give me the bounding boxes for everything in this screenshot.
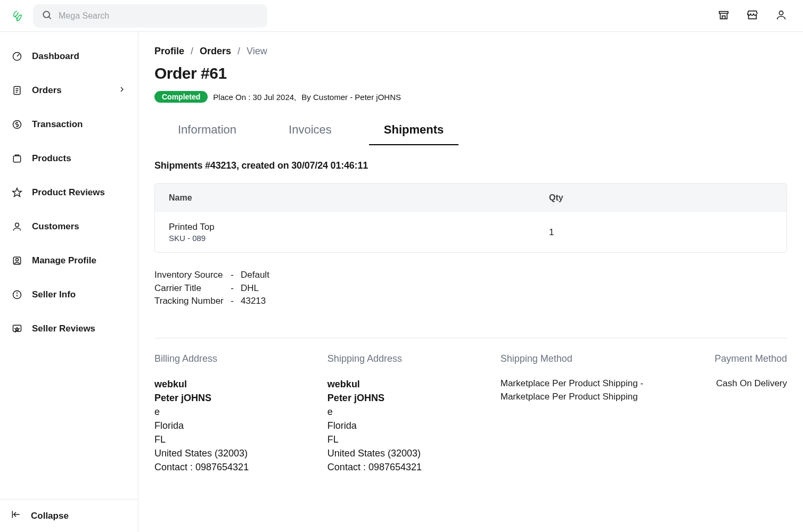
main-content: Profile / Orders / View Order #61 Comple…	[138, 32, 803, 532]
carrier-title-value: DHL	[241, 282, 259, 295]
sidebar-item-manage-profile[interactable]: Manage Profile	[4, 244, 134, 278]
svg-point-2	[779, 11, 783, 14]
sidebar-item-customers[interactable]: Customers	[4, 210, 134, 244]
sidebar-item-label: Manage Profile	[32, 255, 96, 266]
addr-country: United States (32003)	[154, 446, 317, 460]
breadcrumb-current: View	[247, 46, 267, 57]
breadcrumb-sep: /	[237, 46, 240, 57]
top-bar	[0, 0, 803, 32]
kv-dash: -	[230, 269, 234, 282]
sidebar-item-label: Customers	[32, 221, 79, 232]
product-qty: 1	[549, 227, 773, 238]
billing-address-heading: Billing Address	[154, 353, 317, 364]
sidebar-item-orders[interactable]: Orders	[4, 73, 134, 107]
shipping-address: webkul Peter jOHNS e Florida FL United S…	[327, 377, 490, 475]
addr-city: Florida	[154, 419, 317, 433]
inventory-source-label: Inventory Source	[154, 269, 224, 282]
sidebar-item-label: Orders	[32, 85, 62, 96]
sidebar-item-label: Products	[32, 153, 71, 164]
addr-contact: Contact : 0987654321	[327, 460, 490, 474]
sidebar-item-seller-info[interactable]: Seller Info	[4, 278, 134, 312]
addr-company: webkul	[327, 377, 490, 391]
tab-invoices[interactable]: Invoices	[281, 119, 339, 145]
sidebar-item-products[interactable]: Products	[4, 142, 134, 176]
order-tabs: Information Invoices Shipments	[154, 119, 787, 145]
sidebar-item-label: Product Reviews	[32, 187, 105, 198]
brand-logo[interactable]	[10, 9, 24, 23]
breadcrumb-sep: /	[191, 46, 193, 57]
svg-point-16	[17, 293, 18, 293]
shop-icon[interactable]	[747, 9, 758, 23]
addr-name: Peter jOHNS	[327, 391, 490, 405]
tracking-number-label: Tracking Number	[154, 295, 224, 308]
sidebar-item-dashboard[interactable]: Dashboard	[4, 39, 134, 73]
billing-address: webkul Peter jOHNS e Florida FL United S…	[154, 377, 317, 475]
search-icon	[42, 10, 52, 22]
profile-icon[interactable]	[775, 9, 787, 23]
col-name: Name	[169, 193, 549, 203]
addr-state: FL	[327, 433, 490, 446]
order-meta: Completed Place On : 30 Jul 2024, By Cus…	[154, 91, 787, 103]
tab-shipments[interactable]: Shipments	[376, 119, 451, 145]
order-footer: Billing Address webkul Peter jOHNS e Flo…	[154, 353, 787, 475]
addr-city: Florida	[327, 419, 490, 433]
carrier-title-label: Carrier Title	[154, 282, 224, 295]
sidebar-item-transaction[interactable]: Transaction	[4, 107, 134, 142]
storefront-icon[interactable]	[718, 9, 730, 23]
inventory-source-value: Default	[241, 269, 269, 282]
addr-country: United States (32003)	[327, 446, 490, 460]
mega-search[interactable]	[33, 4, 267, 28]
status-badge: Completed	[154, 91, 208, 103]
sidebar-item-label: Seller Reviews	[32, 323, 95, 334]
kv-dash: -	[230, 295, 234, 308]
tracking-number-value: 43213	[241, 295, 266, 308]
svg-rect-9	[13, 156, 20, 162]
addr-line1: e	[154, 405, 317, 419]
payment-method-heading: Payment Method	[674, 353, 787, 364]
sidebar-item-seller-reviews[interactable]: Seller Reviews	[4, 312, 134, 346]
search-input[interactable]	[59, 11, 259, 21]
sidebar: Dashboard Orders Transaction Products	[0, 32, 138, 532]
addr-state: FL	[154, 433, 317, 446]
svg-marker-10	[13, 188, 22, 197]
sidebar-item-label: Seller Info	[32, 289, 76, 300]
shipment-heading: Shipments #43213, created on 30/07/24 01…	[154, 160, 787, 171]
collapse-label: Collapse	[31, 511, 69, 521]
shipment-items-table: Name Qty Printed Top SKU - 089 1	[154, 183, 787, 253]
payment-method-value: Cash On Delivery	[674, 377, 787, 390]
table-header: Name Qty	[155, 184, 786, 212]
shipping-method-heading: Shipping Method	[501, 353, 663, 364]
addr-contact: Contact : 0987654321	[154, 460, 317, 474]
page-title: Order #61	[154, 64, 787, 82]
placed-on-text: Place On : 30 Jul 2024,	[213, 93, 296, 102]
breadcrumb-profile[interactable]: Profile	[154, 46, 184, 57]
breadcrumb: Profile / Orders / View	[154, 46, 787, 57]
breadcrumb-orders[interactable]: Orders	[200, 46, 231, 57]
product-name: Printed Top	[169, 222, 549, 232]
shipment-details: Inventory Source - Default Carrier Title…	[154, 269, 787, 308]
shipping-method-value: Marketplace Per Product Shipping - Marke…	[501, 377, 663, 403]
topbar-actions	[718, 9, 792, 23]
addr-line1: e	[327, 405, 490, 419]
col-qty: Qty	[549, 193, 773, 203]
sidebar-collapse[interactable]: Collapse	[0, 499, 138, 532]
collapse-icon	[11, 509, 21, 522]
sidebar-item-product-reviews[interactable]: Product Reviews	[4, 176, 134, 210]
addr-company: webkul	[154, 377, 317, 391]
addr-name: Peter jOHNS	[154, 391, 317, 405]
svg-point-11	[15, 223, 19, 227]
chevron-right-icon	[118, 85, 126, 96]
by-customer-text: By Customer - Peter jOHNS	[301, 93, 401, 102]
svg-point-13	[16, 259, 19, 261]
svg-point-0	[43, 11, 50, 18]
svg-line-1	[49, 16, 51, 19]
table-row: Printed Top SKU - 089 1	[155, 212, 786, 252]
kv-dash: -	[230, 282, 234, 295]
shipping-address-heading: Shipping Address	[327, 353, 490, 364]
sidebar-item-label: Transaction	[32, 119, 83, 130]
product-sku: SKU - 089	[169, 234, 549, 243]
sidebar-item-label: Dashboard	[32, 51, 79, 62]
tab-information[interactable]: Information	[170, 119, 244, 145]
